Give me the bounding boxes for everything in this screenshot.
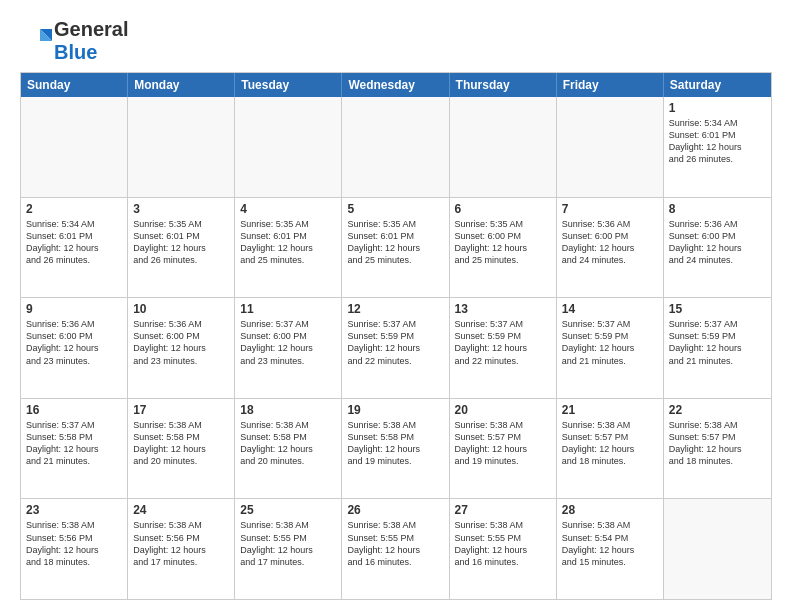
day-info: Sunrise: 5:38 AM Sunset: 5:54 PM Dayligh… (562, 519, 658, 568)
day-number: 11 (240, 302, 336, 316)
day-number: 2 (26, 202, 122, 216)
day-info: Sunrise: 5:37 AM Sunset: 6:00 PM Dayligh… (240, 318, 336, 367)
calendar-header: SundayMondayTuesdayWednesdayThursdayFrid… (21, 73, 771, 97)
day-number: 13 (455, 302, 551, 316)
day-info: Sunrise: 5:35 AM Sunset: 6:01 PM Dayligh… (347, 218, 443, 267)
calendar: SundayMondayTuesdayWednesdayThursdayFrid… (20, 72, 772, 600)
calendar-cell: 23Sunrise: 5:38 AM Sunset: 5:56 PM Dayli… (21, 499, 128, 599)
calendar-body: 1Sunrise: 5:34 AM Sunset: 6:01 PM Daylig… (21, 97, 771, 599)
day-header-friday: Friday (557, 73, 664, 97)
day-header-saturday: Saturday (664, 73, 771, 97)
calendar-week-2: 2Sunrise: 5:34 AM Sunset: 6:01 PM Daylig… (21, 198, 771, 299)
day-info: Sunrise: 5:35 AM Sunset: 6:01 PM Dayligh… (133, 218, 229, 267)
calendar-cell (128, 97, 235, 197)
calendar-week-4: 16Sunrise: 5:37 AM Sunset: 5:58 PM Dayli… (21, 399, 771, 500)
day-info: Sunrise: 5:38 AM Sunset: 5:56 PM Dayligh… (133, 519, 229, 568)
calendar-cell: 4Sunrise: 5:35 AM Sunset: 6:01 PM Daylig… (235, 198, 342, 298)
calendar-cell: 12Sunrise: 5:37 AM Sunset: 5:59 PM Dayli… (342, 298, 449, 398)
calendar-week-1: 1Sunrise: 5:34 AM Sunset: 6:01 PM Daylig… (21, 97, 771, 198)
day-info: Sunrise: 5:36 AM Sunset: 6:00 PM Dayligh… (669, 218, 766, 267)
day-info: Sunrise: 5:37 AM Sunset: 5:59 PM Dayligh… (562, 318, 658, 367)
day-number: 7 (562, 202, 658, 216)
day-number: 21 (562, 403, 658, 417)
calendar-cell: 16Sunrise: 5:37 AM Sunset: 5:58 PM Dayli… (21, 399, 128, 499)
day-number: 17 (133, 403, 229, 417)
day-number: 25 (240, 503, 336, 517)
calendar-cell (450, 97, 557, 197)
calendar-cell: 18Sunrise: 5:38 AM Sunset: 5:58 PM Dayli… (235, 399, 342, 499)
day-number: 19 (347, 403, 443, 417)
day-number: 18 (240, 403, 336, 417)
day-info: Sunrise: 5:37 AM Sunset: 5:59 PM Dayligh… (669, 318, 766, 367)
calendar-cell: 28Sunrise: 5:38 AM Sunset: 5:54 PM Dayli… (557, 499, 664, 599)
day-info: Sunrise: 5:38 AM Sunset: 5:55 PM Dayligh… (455, 519, 551, 568)
calendar-cell: 24Sunrise: 5:38 AM Sunset: 5:56 PM Dayli… (128, 499, 235, 599)
calendar-cell: 6Sunrise: 5:35 AM Sunset: 6:00 PM Daylig… (450, 198, 557, 298)
page: General Blue SundayMondayTuesdayWednesda… (0, 0, 792, 612)
calendar-cell (21, 97, 128, 197)
calendar-week-3: 9Sunrise: 5:36 AM Sunset: 6:00 PM Daylig… (21, 298, 771, 399)
calendar-cell: 13Sunrise: 5:37 AM Sunset: 5:59 PM Dayli… (450, 298, 557, 398)
day-number: 23 (26, 503, 122, 517)
calendar-cell: 1Sunrise: 5:34 AM Sunset: 6:01 PM Daylig… (664, 97, 771, 197)
day-number: 10 (133, 302, 229, 316)
day-info: Sunrise: 5:35 AM Sunset: 6:01 PM Dayligh… (240, 218, 336, 267)
day-info: Sunrise: 5:37 AM Sunset: 5:59 PM Dayligh… (347, 318, 443, 367)
day-info: Sunrise: 5:38 AM Sunset: 5:57 PM Dayligh… (562, 419, 658, 468)
calendar-cell: 26Sunrise: 5:38 AM Sunset: 5:55 PM Dayli… (342, 499, 449, 599)
day-info: Sunrise: 5:35 AM Sunset: 6:00 PM Dayligh… (455, 218, 551, 267)
day-number: 16 (26, 403, 122, 417)
day-info: Sunrise: 5:34 AM Sunset: 6:01 PM Dayligh… (26, 218, 122, 267)
day-number: 15 (669, 302, 766, 316)
calendar-cell: 5Sunrise: 5:35 AM Sunset: 6:01 PM Daylig… (342, 198, 449, 298)
calendar-week-5: 23Sunrise: 5:38 AM Sunset: 5:56 PM Dayli… (21, 499, 771, 599)
calendar-cell: 9Sunrise: 5:36 AM Sunset: 6:00 PM Daylig… (21, 298, 128, 398)
calendar-cell (342, 97, 449, 197)
day-number: 27 (455, 503, 551, 517)
calendar-cell: 15Sunrise: 5:37 AM Sunset: 5:59 PM Dayli… (664, 298, 771, 398)
day-number: 4 (240, 202, 336, 216)
calendar-cell (557, 97, 664, 197)
day-info: Sunrise: 5:37 AM Sunset: 5:59 PM Dayligh… (455, 318, 551, 367)
calendar-cell: 25Sunrise: 5:38 AM Sunset: 5:55 PM Dayli… (235, 499, 342, 599)
day-info: Sunrise: 5:36 AM Sunset: 6:00 PM Dayligh… (26, 318, 122, 367)
day-info: Sunrise: 5:36 AM Sunset: 6:00 PM Dayligh… (562, 218, 658, 267)
calendar-cell: 7Sunrise: 5:36 AM Sunset: 6:00 PM Daylig… (557, 198, 664, 298)
day-header-wednesday: Wednesday (342, 73, 449, 97)
calendar-cell: 27Sunrise: 5:38 AM Sunset: 5:55 PM Dayli… (450, 499, 557, 599)
day-info: Sunrise: 5:38 AM Sunset: 5:56 PM Dayligh… (26, 519, 122, 568)
logo-icon (20, 25, 52, 57)
day-info: Sunrise: 5:37 AM Sunset: 5:58 PM Dayligh… (26, 419, 122, 468)
header: General Blue (20, 18, 772, 64)
calendar-cell: 8Sunrise: 5:36 AM Sunset: 6:00 PM Daylig… (664, 198, 771, 298)
calendar-cell: 14Sunrise: 5:37 AM Sunset: 5:59 PM Dayli… (557, 298, 664, 398)
day-number: 14 (562, 302, 658, 316)
calendar-cell: 19Sunrise: 5:38 AM Sunset: 5:58 PM Dayli… (342, 399, 449, 499)
calendar-cell: 10Sunrise: 5:36 AM Sunset: 6:00 PM Dayli… (128, 298, 235, 398)
day-info: Sunrise: 5:38 AM Sunset: 5:55 PM Dayligh… (347, 519, 443, 568)
day-info: Sunrise: 5:38 AM Sunset: 5:55 PM Dayligh… (240, 519, 336, 568)
calendar-cell (664, 499, 771, 599)
day-number: 24 (133, 503, 229, 517)
day-info: Sunrise: 5:38 AM Sunset: 5:58 PM Dayligh… (347, 419, 443, 468)
calendar-cell: 21Sunrise: 5:38 AM Sunset: 5:57 PM Dayli… (557, 399, 664, 499)
calendar-cell: 17Sunrise: 5:38 AM Sunset: 5:58 PM Dayli… (128, 399, 235, 499)
day-info: Sunrise: 5:38 AM Sunset: 5:57 PM Dayligh… (669, 419, 766, 468)
logo: General Blue (20, 18, 128, 64)
day-info: Sunrise: 5:38 AM Sunset: 5:57 PM Dayligh… (455, 419, 551, 468)
calendar-cell: 11Sunrise: 5:37 AM Sunset: 6:00 PM Dayli… (235, 298, 342, 398)
day-header-tuesday: Tuesday (235, 73, 342, 97)
day-number: 12 (347, 302, 443, 316)
day-header-monday: Monday (128, 73, 235, 97)
logo-blue: Blue (54, 41, 97, 63)
calendar-cell: 2Sunrise: 5:34 AM Sunset: 6:01 PM Daylig… (21, 198, 128, 298)
day-info: Sunrise: 5:36 AM Sunset: 6:00 PM Dayligh… (133, 318, 229, 367)
day-info: Sunrise: 5:34 AM Sunset: 6:01 PM Dayligh… (669, 117, 766, 166)
day-number: 22 (669, 403, 766, 417)
calendar-cell: 22Sunrise: 5:38 AM Sunset: 5:57 PM Dayli… (664, 399, 771, 499)
logo-general: General (54, 18, 128, 40)
calendar-cell: 20Sunrise: 5:38 AM Sunset: 5:57 PM Dayli… (450, 399, 557, 499)
day-number: 9 (26, 302, 122, 316)
day-info: Sunrise: 5:38 AM Sunset: 5:58 PM Dayligh… (133, 419, 229, 468)
day-number: 20 (455, 403, 551, 417)
